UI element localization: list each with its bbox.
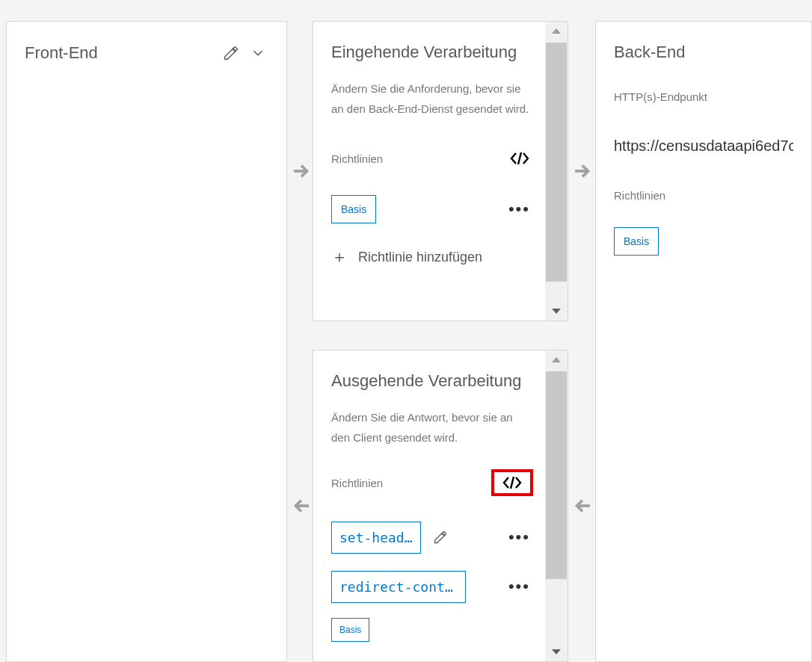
code-icon[interactable] (509, 148, 530, 169)
endpoint-url: https://censusdataapi6ed7cff3 (614, 137, 793, 155)
svg-marker-3 (552, 309, 561, 314)
svg-marker-9 (552, 649, 561, 655)
add-policy-button[interactable]: ＋ Richtlinie hinzufügen (331, 246, 562, 268)
arrow-left-icon (289, 493, 314, 519)
policies-label: Richtlinien (614, 189, 793, 202)
backend-title: Back-End (614, 43, 793, 62)
plus-icon: ＋ (331, 246, 348, 268)
scroll-thumb[interactable] (546, 371, 567, 579)
policies-label: Richtlinien (331, 477, 491, 489)
scroll-thumb[interactable] (546, 43, 567, 282)
inbound-description: Ändern Sie die Anforderung, bevor sie an… (331, 78, 562, 119)
policy-redirect-content[interactable]: redirect-conte… (331, 571, 466, 603)
outbound-description: Ändern Sie die Antwort, bevor sie an den… (331, 407, 562, 448)
frontend-panel: Front-End (6, 21, 287, 662)
chevron-down-icon[interactable] (247, 43, 268, 64)
frontend-title: Front-End (25, 43, 215, 63)
more-icon[interactable]: ••• (508, 199, 530, 219)
svg-marker-8 (552, 357, 561, 362)
scroll-up-icon[interactable] (545, 350, 568, 370)
scrollbar[interactable] (545, 22, 568, 321)
edit-icon[interactable] (221, 43, 242, 64)
more-icon[interactable]: ••• (508, 577, 530, 596)
basis-badge[interactable]: Basis (331, 195, 376, 223)
backend-panel: Back-End HTTP(s)-Endpunkt https://census… (595, 21, 812, 662)
svg-line-1 (518, 152, 521, 164)
inbound-panel: Eingehende Verarbeitung Ändern Sie die A… (313, 21, 568, 321)
scroll-down-icon[interactable] (545, 301, 568, 321)
policies-label: Richtlinien (331, 152, 509, 165)
basis-badge[interactable]: Basis (331, 618, 369, 642)
arrow-left-icon (570, 493, 595, 519)
inbound-title: Eingehende Verarbeitung (331, 43, 562, 62)
more-icon[interactable]: ••• (508, 528, 530, 547)
svg-line-7 (511, 477, 514, 489)
svg-marker-2 (552, 28, 561, 34)
endpoint-label: HTTP(s)-Endpunkt (614, 90, 793, 103)
outbound-panel: Ausgehende Verarbeitung Ändern Sie die A… (313, 350, 568, 662)
outbound-title: Ausgehende Verarbeitung (331, 371, 562, 391)
arrow-right-icon (289, 158, 314, 184)
scroll-down-icon[interactable] (545, 642, 568, 661)
add-policy-label: Richtlinie hinzufügen (358, 250, 482, 265)
policy-set-header[interactable]: set-head… (331, 522, 421, 554)
edit-icon[interactable] (430, 527, 451, 548)
basis-badge[interactable]: Basis (614, 227, 659, 256)
code-editor-highlight[interactable] (491, 469, 533, 496)
scrollbar[interactable] (545, 350, 568, 661)
arrow-right-icon (570, 158, 595, 184)
scroll-up-icon[interactable] (545, 22, 568, 41)
